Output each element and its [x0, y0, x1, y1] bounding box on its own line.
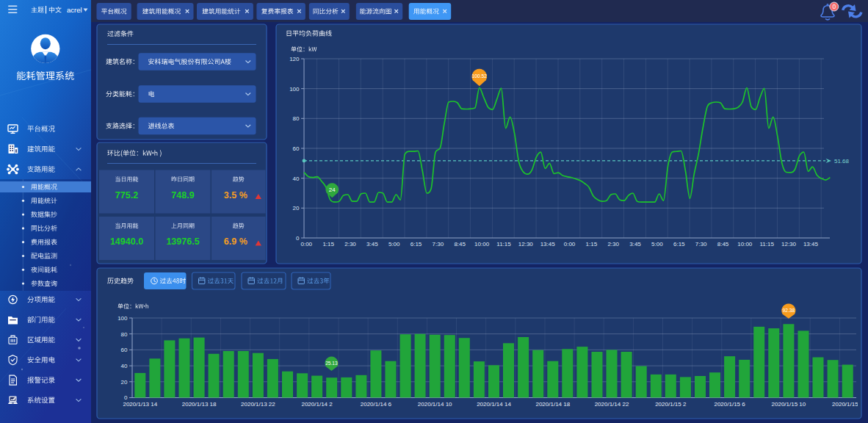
svg-text:13:45: 13:45	[540, 241, 556, 247]
svg-text:7:30: 7:30	[433, 241, 444, 247]
svg-text:748.9: 748.9	[171, 190, 194, 200]
svg-text:8:45: 8:45	[717, 241, 729, 247]
svg-text:100: 100	[117, 315, 128, 322]
svg-text:100.52: 100.52	[472, 73, 488, 79]
svg-text:40: 40	[293, 176, 300, 182]
svg-text:0: 0	[832, 3, 836, 10]
svg-text:14940.0: 14940.0	[110, 236, 143, 247]
svg-text:acrel: acrel	[67, 6, 82, 14]
svg-text:7:30: 7:30	[695, 241, 707, 247]
svg-text:12:30: 12:30	[781, 241, 797, 247]
svg-text:25.13: 25.13	[325, 361, 338, 366]
svg-text:40: 40	[121, 363, 128, 369]
svg-text:13:45: 13:45	[803, 241, 819, 247]
svg-text:80: 80	[293, 115, 300, 122]
svg-text:2020/1/13 22: 2020/1/13 22	[241, 401, 275, 408]
svg-text:2020/1/13 18: 2020/1/13 18	[182, 401, 217, 408]
svg-text:2020/1/15 6: 2020/1/15 6	[714, 401, 745, 408]
svg-text:10:00: 10:00	[474, 241, 490, 247]
svg-text:8:45: 8:45	[454, 241, 466, 247]
svg-text:120: 120	[289, 56, 300, 62]
svg-text:11:15: 11:15	[496, 241, 511, 247]
svg-text:1:15: 1:15	[586, 241, 598, 247]
svg-text:2020/1/14 22: 2020/1/14 22	[595, 401, 629, 408]
svg-text:0: 0	[296, 235, 300, 242]
svg-text:775.2: 775.2	[115, 190, 138, 200]
svg-text:10:00: 10:00	[737, 241, 753, 247]
svg-text:2020/1/14 18: 2020/1/14 18	[535, 401, 570, 408]
svg-text:3:45: 3:45	[629, 241, 641, 247]
svg-text:92.38: 92.38	[783, 308, 795, 313]
svg-text:2020/1/14 6: 2020/1/14 6	[361, 401, 392, 408]
svg-text:2:30: 2:30	[344, 241, 356, 247]
svg-text:20: 20	[121, 379, 128, 386]
svg-text:1:15: 1:15	[322, 241, 334, 247]
svg-text:2020/1/13 14: 2020/1/13 14	[123, 401, 157, 408]
svg-text:2020/1/15 10: 2020/1/15 10	[772, 401, 806, 408]
svg-text:20: 20	[293, 205, 300, 212]
svg-text:13976.5: 13976.5	[166, 236, 199, 247]
svg-text:0:00: 0:00	[564, 241, 576, 247]
svg-text:5:00: 5:00	[388, 241, 400, 247]
svg-text:2020/1/14 2: 2020/1/14 2	[301, 401, 333, 408]
svg-text:2:30: 2:30	[607, 241, 619, 247]
svg-text:100: 100	[289, 86, 300, 93]
svg-text:2020/1/15 2: 2020/1/15 2	[655, 401, 687, 408]
svg-text:3.5 %: 3.5 %	[224, 190, 247, 200]
svg-text:6:15: 6:15	[411, 241, 422, 247]
svg-text:2020/1/14 10: 2020/1/14 10	[418, 401, 452, 408]
svg-text:12:30: 12:30	[518, 241, 534, 247]
svg-text:80: 80	[121, 331, 128, 338]
svg-text:60: 60	[293, 145, 300, 152]
svg-text:51.68: 51.68	[834, 158, 850, 164]
svg-text:5:00: 5:00	[651, 241, 663, 247]
svg-text:6:15: 6:15	[673, 241, 685, 247]
svg-text:11:15: 11:15	[759, 241, 774, 247]
svg-text:24: 24	[329, 187, 336, 193]
svg-text:3:45: 3:45	[366, 241, 378, 247]
svg-text:6.9 %: 6.9 %	[224, 236, 247, 247]
svg-text:0:00: 0:00	[301, 241, 313, 247]
svg-text:60: 60	[121, 347, 128, 353]
svg-text:2020/1/14 14: 2020/1/14 14	[477, 401, 511, 408]
